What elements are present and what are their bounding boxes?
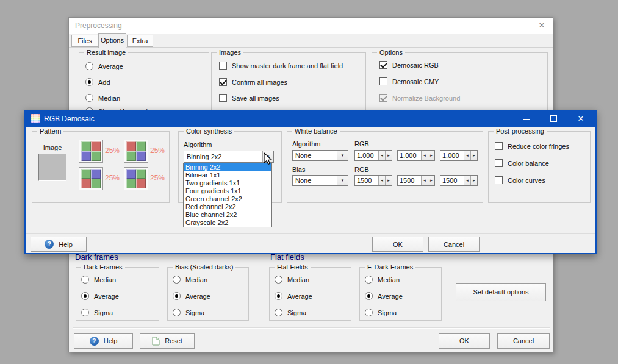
bayer-pattern-icon: [126, 141, 146, 161]
radio-median[interactable]: Median: [85, 93, 120, 102]
radio-add[interactable]: Add: [85, 77, 110, 87]
spin-right-icon[interactable]: ►: [385, 176, 392, 185]
pattern-percent: 25%: [105, 174, 120, 182]
radio-median[interactable]: Median: [275, 275, 309, 284]
dropdown-item[interactable]: Green channel 2x2: [184, 195, 271, 203]
wb-red-spinner[interactable]: 1.000 ◄ ►: [354, 150, 392, 161]
checkbox-confirm-all[interactable]: Confirm all images: [219, 77, 287, 87]
close-icon[interactable]: ✕: [537, 18, 547, 34]
dropdown-item[interactable]: Blue channel 2x2: [184, 211, 271, 219]
dropdown-item[interactable]: Red channel 2x2: [184, 203, 271, 211]
checkbox-reduce-color-fringes[interactable]: Reduce color fringes: [495, 141, 569, 151]
bias-combobox[interactable]: None ▼: [292, 175, 348, 186]
pattern-button-rggb[interactable]: [124, 140, 148, 163]
dropdown-item[interactable]: Four gradients 1x1: [184, 187, 271, 195]
bias-red-spinner[interactable]: 1500 ◄ ►: [354, 175, 392, 186]
dropdown-item[interactable]: Two gradients 1x1: [184, 179, 271, 187]
spin-left-icon[interactable]: ◄: [464, 151, 470, 160]
radio-median[interactable]: Median: [173, 275, 207, 284]
spinner-value[interactable]: 1500: [398, 177, 421, 184]
radio-median[interactable]: Median: [81, 275, 116, 284]
tab-options[interactable]: Options: [98, 33, 126, 48]
radio-icon: [173, 309, 181, 316]
help-label: Help: [104, 337, 118, 344]
bias-green-spinner[interactable]: 1500 ◄ ►: [397, 175, 435, 186]
radio-average[interactable]: Average: [85, 62, 123, 71]
checkbox-color-balance[interactable]: Color balance: [495, 159, 549, 168]
checkbox-demosaic-cmy[interactable]: Demosaic CMY: [379, 77, 439, 86]
spin-right-icon[interactable]: ►: [428, 151, 434, 160]
group-title: Color synthesis: [184, 127, 234, 135]
spin-right-icon[interactable]: ►: [470, 151, 477, 160]
preprocessing-title: Preprocessing: [75, 18, 122, 34]
spinner-value[interactable]: 1.000: [440, 152, 464, 159]
radio-label: Median: [98, 95, 120, 102]
wb-green-spinner[interactable]: 1.000 ◄ ►: [397, 150, 435, 161]
ok-button[interactable]: OK: [439, 333, 490, 349]
spin-left-icon[interactable]: ◄: [421, 176, 428, 185]
radio-sigma[interactable]: Sigma: [275, 308, 306, 317]
wb-blue-spinner[interactable]: 1.000 ◄ ►: [440, 150, 478, 161]
maximize-icon[interactable]: [550, 115, 557, 122]
tab-panel-border: [69, 47, 553, 48]
spin-right-icon[interactable]: ►: [470, 176, 477, 185]
checkbox-icon: [379, 61, 387, 69]
checkbox-icon: [379, 77, 387, 85]
tab-extra[interactable]: Extra: [127, 35, 153, 47]
spin-left-icon[interactable]: ◄: [421, 151, 428, 160]
chevron-down-icon[interactable]: ▼: [337, 151, 348, 160]
dropdown-item[interactable]: Bilinear 1x1: [184, 171, 271, 179]
radio-average[interactable]: Average: [275, 291, 312, 301]
radio-icon: [275, 276, 282, 284]
checkbox-save-all[interactable]: Save all images: [219, 93, 279, 102]
checkbox-label: Reduce color fringes: [508, 143, 569, 150]
radio-label: Sigma: [94, 309, 113, 316]
radio-average[interactable]: Average: [173, 291, 210, 301]
preprocessing-titlebar[interactable]: Preprocessing ✕: [69, 18, 553, 34]
pattern-button-bggr[interactable]: [124, 167, 148, 190]
cancel-button[interactable]: Cancel: [428, 237, 480, 252]
radio-sigma[interactable]: Sigma: [173, 308, 204, 317]
combobox-value: None: [293, 152, 337, 159]
radio-label: Median: [94, 276, 116, 284]
radio-average[interactable]: Average: [81, 291, 119, 301]
rgb-demosaic-titlebar[interactable]: RGB Demosaic ✕: [26, 111, 595, 127]
radio-sigma[interactable]: Sigma: [365, 308, 397, 317]
bias-blue-spinner[interactable]: 1500 ◄ ►: [440, 175, 478, 186]
spin-left-icon[interactable]: ◄: [378, 176, 385, 185]
spinner-value[interactable]: 1.000: [398, 152, 421, 159]
rgb-demosaic-dialog: RGB Demosaic ✕ Pattern Image 25%: [24, 110, 597, 254]
close-icon[interactable]: ✕: [575, 111, 586, 127]
ok-button[interactable]: OK: [372, 237, 423, 252]
spin-left-icon[interactable]: ◄: [464, 176, 470, 185]
checkbox-label: Show master dark frame and flat field: [232, 62, 343, 70]
spinner-value[interactable]: 1500: [355, 177, 378, 184]
tab-files[interactable]: Files: [71, 35, 98, 47]
spinner-value[interactable]: 1.000: [355, 152, 378, 159]
checkbox-color-curves[interactable]: Color curves: [495, 176, 545, 185]
set-default-options-button[interactable]: Set default options: [456, 283, 546, 301]
minimize-icon[interactable]: [523, 119, 530, 120]
group-f-dark-frames: F. Dark Frames Median Average Sigma: [359, 267, 442, 321]
dropdown-item[interactable]: Binning 2x2: [184, 163, 271, 171]
radio-sigma[interactable]: Sigma: [81, 308, 113, 317]
radio-label: Sigma: [378, 309, 397, 316]
algorithm-combobox[interactable]: Binning 2x2 ▼: [184, 151, 274, 163]
radio-average[interactable]: Average: [365, 291, 403, 301]
reset-button[interactable]: Reset: [140, 333, 195, 349]
cancel-button[interactable]: Cancel: [497, 333, 550, 349]
spin-right-icon[interactable]: ►: [385, 151, 392, 160]
help-button[interactable]: ? Help: [74, 333, 133, 349]
dropdown-item[interactable]: Grayscale 2x2: [184, 219, 271, 227]
spin-left-icon[interactable]: ◄: [378, 151, 385, 160]
radio-median[interactable]: Median: [365, 275, 400, 284]
checkbox-demosaic-rgb[interactable]: Demosaic RGB: [379, 60, 439, 70]
spin-right-icon[interactable]: ►: [428, 176, 434, 185]
pattern-button-gbrg[interactable]: [79, 167, 103, 190]
help-button[interactable]: ? Help: [31, 237, 87, 252]
spinner-value[interactable]: 1500: [440, 177, 464, 184]
wb-algorithm-combobox[interactable]: None ▼: [292, 150, 348, 161]
chevron-down-icon[interactable]: ▼: [337, 176, 348, 185]
checkbox-show-master[interactable]: Show master dark frame and flat field: [219, 61, 343, 70]
pattern-button-grbg[interactable]: [79, 140, 103, 163]
